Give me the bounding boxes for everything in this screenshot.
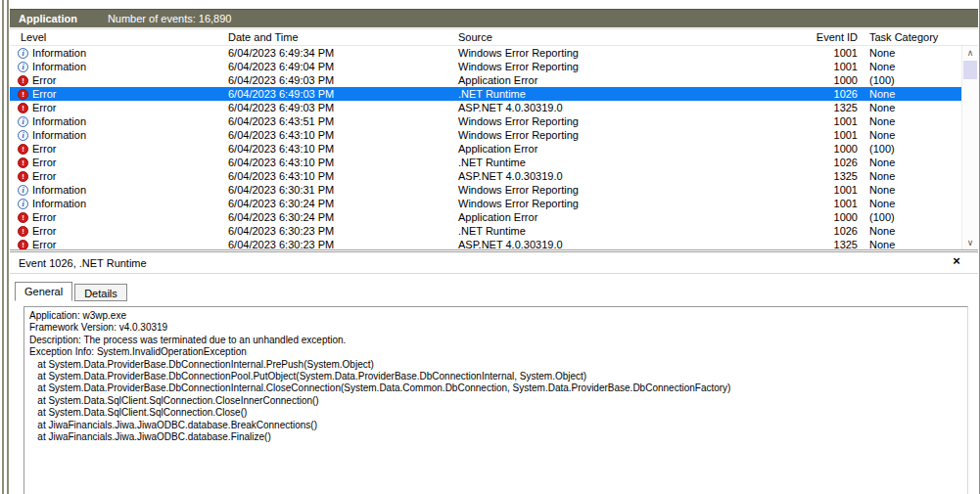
level-label: Error [32,170,56,182]
information-icon: i [18,185,28,196]
date-time-cell: 6/04/2023 6:30:24 PM [228,198,458,209]
source-cell: .NET Runtime [458,88,811,100]
source-cell: Windows Error Reporting [458,129,811,141]
level-label: Error [32,225,56,237]
level-label: Error [32,211,56,223]
tab-general[interactable]: General [15,282,72,301]
detail-tabs: General Details [15,281,127,301]
event-rows: iInformation6/04/2023 6:49:34 PMWindows … [10,46,961,249]
event-id-cell: 1325 [811,102,858,113]
level-label: Error [32,74,56,86]
table-row[interactable]: !Error6/04/2023 6:30:23 PMASP.NET 4.0.30… [10,238,961,250]
table-row[interactable]: iInformation6/04/2023 6:49:04 PMWindows … [10,60,961,73]
error-icon: ! [18,103,28,113]
general-text-line: at System.Data.SqlClient.SqlConnection.C… [29,407,962,419]
information-icon: i [18,48,28,59]
task-category-cell: None [858,129,961,141]
general-description-textbox[interactable]: Application: w3wp.exeFramework Version: … [23,306,968,494]
table-row[interactable]: !Error6/04/2023 6:30:23 PM.NET Runtime10… [10,224,961,238]
table-row[interactable]: !Error6/04/2023 6:49:03 PM.NET Runtime10… [10,87,961,101]
date-time-cell: 6/04/2023 6:30:31 PM [228,184,458,196]
source-cell: .NET Runtime [458,157,811,168]
general-text-line: at JiwaFinancials.Jiwa.JiwaODBC.database… [29,431,962,443]
task-category-cell: None [858,61,961,72]
column-header-source[interactable]: Source [458,31,811,43]
event-list-header: Level Date and Time Source Event ID Task… [10,29,978,46]
error-icon: ! [18,240,28,250]
vertical-scrollbar[interactable]: ∧ ∨ [961,46,978,249]
event-id-cell: 1001 [811,47,858,59]
source-cell: Windows Error Reporting [458,61,811,72]
date-time-cell: 6/04/2023 6:43:10 PM [228,170,458,182]
level-label: Error [32,88,56,100]
scrollbar-thumb[interactable] [963,61,977,79]
task-category-cell: None [858,102,961,113]
table-row[interactable]: iInformation6/04/2023 6:43:51 PMWindows … [10,114,961,128]
date-time-cell: 6/04/2023 6:43:10 PM [228,129,458,141]
source-cell: Application Error [458,211,811,223]
event-detail-panel: Event 1026, .NET Runtime × General Detai… [10,251,978,494]
date-time-cell: 6/04/2023 6:49:04 PM [228,61,458,72]
table-row[interactable]: !Error6/04/2023 6:49:03 PMASP.NET 4.0.30… [10,101,961,114]
event-viewer-window: Application Number of events: 16,890 Lev… [0,0,980,494]
table-row[interactable]: iInformation6/04/2023 6:30:24 PMWindows … [10,197,961,210]
general-text-line: at System.Data.ProviderBase.DbConnection… [29,371,962,382]
level-label: Information [32,115,86,127]
error-icon: ! [18,75,28,86]
task-category-cell: (100) [858,211,961,223]
table-row[interactable]: !Error6/04/2023 6:43:10 PM.NET Runtime10… [10,156,961,169]
date-time-cell: 6/04/2023 6:49:03 PM [228,88,458,100]
table-row[interactable]: iInformation6/04/2023 6:43:10 PMWindows … [10,128,961,142]
general-text-line: at System.Data.ProviderBase.DbConnection… [29,359,962,371]
scroll-up-icon[interactable]: ∧ [962,46,978,60]
date-time-cell: 6/04/2023 6:43:51 PM [228,115,458,127]
column-header-date[interactable]: Date and Time [228,31,458,43]
information-icon: i [18,199,28,209]
level-label: Error [32,239,56,250]
scroll-down-icon[interactable]: ∨ [962,236,978,249]
table-row[interactable]: !Error6/04/2023 6:43:10 PMApplication Er… [10,142,961,156]
source-cell: ASP.NET 4.0.30319.0 [458,239,811,250]
event-id-cell: 1000 [811,143,858,155]
column-header-level[interactable]: Level [18,31,228,43]
log-name: Application [19,13,77,24]
level-label: Information [32,61,86,72]
task-category-cell: (100) [858,143,961,155]
general-text-line: at JiwaFinancials.Jiwa.JiwaODBC.database… [29,420,962,431]
date-time-cell: 6/04/2023 6:49:34 PM [228,47,458,59]
event-id-cell: 1001 [811,184,858,196]
table-row[interactable]: iInformation6/04/2023 6:49:34 PMWindows … [10,46,961,60]
detail-panel-header: Event 1026, .NET Runtime × [10,252,978,274]
task-category-cell: None [858,157,961,168]
source-cell: ASP.NET 4.0.30319.0 [458,170,811,182]
task-category-cell: None [858,225,961,237]
source-cell: Windows Error Reporting [458,47,811,59]
column-header-task-category[interactable]: Task Category [858,31,978,43]
events-count: Number of events: 16,890 [108,13,232,24]
task-category-cell: (100) [858,74,961,86]
event-id-cell: 1000 [811,74,858,86]
date-time-cell: 6/04/2023 6:30:24 PM [228,211,458,223]
tab-details[interactable]: Details [74,284,127,301]
source-cell: Application Error [458,143,811,155]
table-row[interactable]: !Error6/04/2023 6:43:10 PMASP.NET 4.0.30… [10,169,961,183]
table-row[interactable]: iInformation6/04/2023 6:30:31 PMWindows … [10,183,961,197]
general-text-line: at System.Data.SqlClient.SqlConnection.C… [29,395,962,407]
date-time-cell: 6/04/2023 6:30:23 PM [228,239,458,250]
event-id-cell: 1026 [811,157,858,168]
error-icon: ! [18,144,28,155]
error-icon: ! [18,212,28,223]
level-label: Error [32,102,56,113]
table-row[interactable]: !Error6/04/2023 6:30:24 PMApplication Er… [10,210,961,224]
level-label: Error [32,157,56,168]
close-icon[interactable]: × [949,253,964,269]
task-category-cell: None [858,115,961,127]
event-id-cell: 1001 [811,198,858,209]
level-label: Information [32,198,86,209]
window-left-border [0,0,10,494]
table-row[interactable]: !Error6/04/2023 6:49:03 PMApplication Er… [10,73,961,87]
event-id-cell: 1026 [811,88,858,100]
column-header-event-id[interactable]: Event ID [811,31,858,43]
source-cell: Windows Error Reporting [458,115,811,127]
general-text-line: Exception Info: System.InvalidOperationE… [29,346,962,358]
